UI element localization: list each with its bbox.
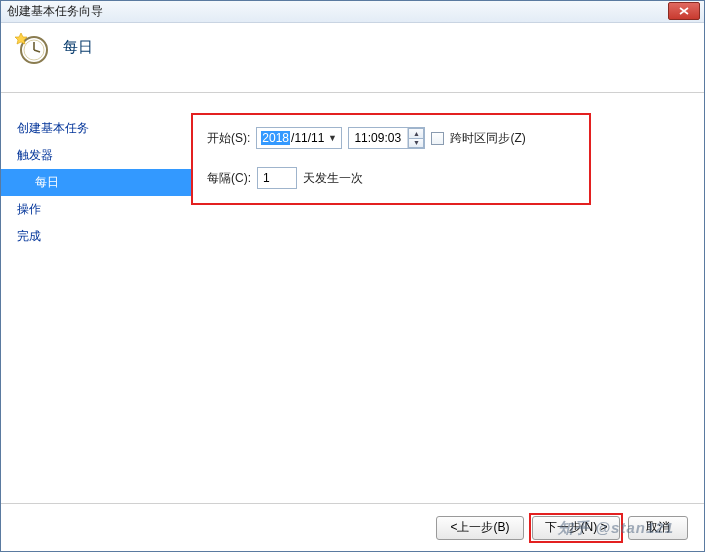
sidebar-item-finish[interactable]: 完成 xyxy=(1,223,191,250)
interval-suffix: 天发生一次 xyxy=(303,170,363,187)
start-row: 开始(S): 2018/11/11 ▼ 11:09:03 ▲ ▼ 跨时区同步(Z… xyxy=(207,127,575,149)
tz-sync-label: 跨时区同步(Z) xyxy=(450,130,525,147)
time-spinner: ▲ ▼ xyxy=(407,128,424,148)
wizard-window: 创建基本任务向导 每日 创建基本任务 触发器 每日 操作 完成 xyxy=(0,0,705,552)
footer: <上一步(B) 下一步(N) > 取消 知乎 @stan121 xyxy=(1,503,704,551)
spinner-down-button[interactable]: ▼ xyxy=(408,138,424,148)
sidebar: 创建基本任务 触发器 每日 操作 完成 xyxy=(1,93,191,503)
close-button[interactable] xyxy=(668,2,700,20)
start-time-input[interactable]: 11:09:03 ▲ ▼ xyxy=(348,127,425,149)
header: 每日 xyxy=(1,23,704,93)
highlight-box: 开始(S): 2018/11/11 ▼ 11:09:03 ▲ ▼ 跨时区同步(Z… xyxy=(191,113,591,205)
sidebar-item-create-task[interactable]: 创建基本任务 xyxy=(1,115,191,142)
date-rest: /11/11 xyxy=(291,131,324,145)
close-icon xyxy=(679,7,689,15)
tz-sync-checkbox[interactable] xyxy=(431,132,444,145)
time-value: 11:09:03 xyxy=(349,131,407,145)
cancel-button[interactable]: 取消 xyxy=(628,516,688,540)
interval-label: 每隔(C): xyxy=(207,170,251,187)
start-date-input[interactable]: 2018/11/11 ▼ xyxy=(256,127,342,149)
spinner-up-button[interactable]: ▲ xyxy=(408,128,424,138)
sidebar-item-action[interactable]: 操作 xyxy=(1,196,191,223)
sidebar-item-trigger[interactable]: 触发器 xyxy=(1,142,191,169)
clock-new-icon xyxy=(15,31,49,65)
next-button[interactable]: 下一步(N) > xyxy=(532,516,620,540)
titlebar: 创建基本任务向导 xyxy=(1,1,704,23)
interval-input[interactable]: 1 xyxy=(257,167,297,189)
sidebar-item-daily[interactable]: 每日 xyxy=(1,169,191,196)
chevron-down-icon[interactable]: ▼ xyxy=(325,133,339,143)
interval-value: 1 xyxy=(263,171,270,185)
content: 开始(S): 2018/11/11 ▼ 11:09:03 ▲ ▼ 跨时区同步(Z… xyxy=(191,93,704,503)
date-year-selected: 2018 xyxy=(261,131,290,145)
window-title: 创建基本任务向导 xyxy=(5,3,103,20)
interval-row: 每隔(C): 1 天发生一次 xyxy=(207,167,575,189)
page-heading: 每日 xyxy=(63,38,93,57)
body: 创建基本任务 触发器 每日 操作 完成 开始(S): 2018/11/11 ▼ … xyxy=(1,93,704,503)
start-label: 开始(S): xyxy=(207,130,250,147)
next-button-wrap: 下一步(N) > xyxy=(532,516,620,540)
back-button[interactable]: <上一步(B) xyxy=(436,516,524,540)
